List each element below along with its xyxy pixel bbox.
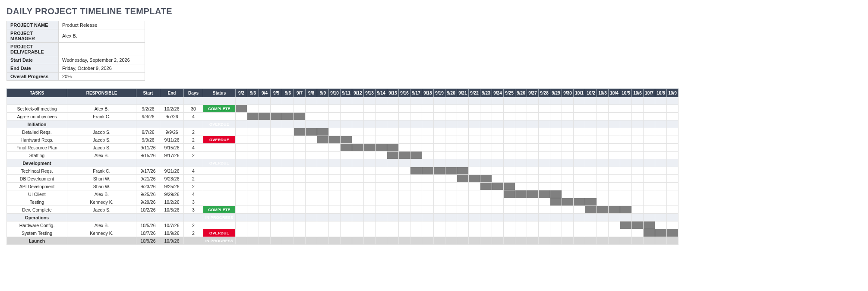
gantt-cell[interactable]	[259, 229, 271, 237]
gantt-cell[interactable]	[609, 175, 620, 183]
gantt-cell[interactable]	[504, 120, 515, 128]
gantt-cell[interactable]	[539, 214, 550, 221]
gantt-cell[interactable]	[422, 206, 434, 214]
gantt-cell[interactable]	[515, 190, 527, 198]
gantt-cell[interactable]	[445, 159, 457, 167]
gantt-cell[interactable]	[469, 144, 480, 152]
gantt-cell[interactable]	[271, 152, 282, 159]
gantt-cell[interactable]	[574, 237, 585, 245]
gantt-cell[interactable]	[539, 97, 550, 105]
gantt-cell[interactable]	[469, 175, 480, 183]
gantt-cell[interactable]	[469, 190, 480, 198]
gantt-cell[interactable]	[445, 128, 457, 136]
cell-task[interactable]: Testing	[7, 198, 67, 206]
gantt-cell[interactable]	[457, 190, 469, 198]
gantt-cell[interactable]	[294, 167, 306, 175]
gantt-cell[interactable]	[562, 175, 574, 183]
cell-days[interactable]	[184, 159, 203, 167]
gantt-cell[interactable]	[341, 198, 352, 206]
gantt-cell[interactable]	[387, 144, 399, 152]
gantt-cell[interactable]	[632, 105, 644, 113]
gantt-cell[interactable]	[515, 105, 527, 113]
gantt-cell[interactable]	[632, 229, 644, 237]
gantt-cell[interactable]	[469, 214, 480, 221]
gantt-cell[interactable]	[597, 128, 609, 136]
gantt-cell[interactable]	[376, 167, 387, 175]
gantt-cell[interactable]	[259, 206, 271, 214]
gantt-cell[interactable]	[644, 128, 655, 136]
cell-days[interactable]: 4	[184, 113, 203, 120]
gantt-cell[interactable]	[236, 229, 247, 237]
gantt-cell[interactable]	[387, 190, 399, 198]
cell-task[interactable]: System Testing	[7, 229, 67, 237]
gantt-cell[interactable]	[539, 105, 550, 113]
gantt-cell[interactable]	[294, 221, 306, 229]
gantt-cell[interactable]	[306, 120, 317, 128]
gantt-cell[interactable]	[329, 144, 341, 152]
gantt-cell[interactable]	[492, 214, 504, 221]
cell-start[interactable]	[136, 159, 160, 167]
cell-status[interactable]: COMPLETE	[203, 105, 236, 113]
gantt-cell[interactable]	[632, 167, 644, 175]
gantt-cell[interactable]	[410, 175, 422, 183]
gantt-cell[interactable]	[469, 206, 480, 214]
cell-responsible[interactable]: Kennedy K.	[67, 229, 136, 237]
gantt-cell[interactable]	[644, 229, 655, 237]
cell-end[interactable]: 9/9/26	[160, 128, 184, 136]
gantt-cell[interactable]	[399, 198, 410, 206]
gantt-cell[interactable]	[504, 221, 515, 229]
gantt-cell[interactable]	[620, 167, 632, 175]
gantt-cell[interactable]	[632, 175, 644, 183]
gantt-cell[interactable]	[271, 167, 282, 175]
gantt-cell[interactable]	[469, 183, 480, 190]
gantt-cell[interactable]	[562, 97, 574, 105]
gantt-cell[interactable]	[434, 159, 445, 167]
gantt-cell[interactable]	[655, 136, 667, 144]
gantt-cell[interactable]	[457, 229, 469, 237]
gantt-cell[interactable]	[422, 159, 434, 167]
gantt-cell[interactable]	[341, 159, 352, 167]
gantt-cell[interactable]	[376, 206, 387, 214]
cell-days[interactable]: 2	[184, 221, 203, 229]
gantt-cell[interactable]	[574, 206, 585, 214]
gantt-cell[interactable]	[527, 120, 539, 128]
gantt-cell[interactable]	[317, 159, 329, 167]
gantt-cell[interactable]	[294, 113, 306, 120]
gantt-cell[interactable]	[306, 214, 317, 221]
meta-value[interactable]: Wednesday, September 2, 2026	[59, 56, 145, 64]
gantt-cell[interactable]	[550, 144, 562, 152]
gantt-cell[interactable]	[620, 214, 632, 221]
gantt-cell[interactable]	[480, 221, 492, 229]
gantt-cell[interactable]	[317, 214, 329, 221]
gantt-cell[interactable]	[317, 190, 329, 198]
gantt-cell[interactable]	[667, 152, 679, 159]
gantt-cell[interactable]	[585, 128, 597, 136]
gantt-cell[interactable]	[562, 167, 574, 175]
gantt-cell[interactable]	[539, 175, 550, 183]
cell-status[interactable]: IN PROGRESS	[203, 144, 236, 152]
gantt-cell[interactable]	[364, 128, 376, 136]
cell-start[interactable]: 9/11/26	[136, 144, 160, 152]
gantt-cell[interactable]	[574, 120, 585, 128]
gantt-cell[interactable]	[282, 144, 294, 152]
gantt-cell[interactable]	[562, 214, 574, 221]
gantt-cell[interactable]	[422, 113, 434, 120]
gantt-cell[interactable]	[399, 113, 410, 120]
gantt-cell[interactable]	[294, 206, 306, 214]
gantt-cell[interactable]	[306, 159, 317, 167]
gantt-cell[interactable]	[410, 159, 422, 167]
cell-start[interactable]: 9/2/26	[136, 105, 160, 113]
cell-days[interactable]: 3	[184, 198, 203, 206]
meta-value[interactable]	[59, 43, 145, 56]
gantt-cell[interactable]	[480, 152, 492, 159]
gantt-cell[interactable]	[469, 167, 480, 175]
gantt-cell[interactable]	[609, 113, 620, 120]
gantt-cell[interactable]	[306, 183, 317, 190]
gantt-cell[interactable]	[562, 113, 574, 120]
gantt-cell[interactable]	[259, 190, 271, 198]
gantt-cell[interactable]	[457, 144, 469, 152]
gantt-cell[interactable]	[399, 136, 410, 144]
cell-task[interactable]: Launch	[7, 237, 67, 245]
gantt-cell[interactable]	[422, 221, 434, 229]
gantt-cell[interactable]	[655, 198, 667, 206]
